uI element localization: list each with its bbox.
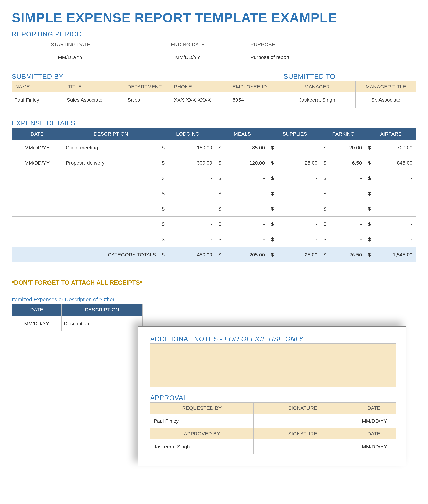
office-use-panel: ADDITIONAL NOTES - FOR OFFICE USE ONLY A… [138,326,406,341]
section-submitted-by: SUBMITTED BY [12,73,63,80]
purpose[interactable]: Purpose of report [247,51,416,64]
section-submitted-to: SUBMITTED TO [284,73,335,80]
expense-meals[interactable]: $- [216,232,269,247]
expense-airfare[interactable]: $845.00 [366,155,416,171]
expense-parking[interactable]: $- [321,186,366,201]
reporting-period-table: STARTING DATE ENDING DATE PURPOSE MM/DD/… [12,39,416,64]
submitted-phone[interactable]: XXX-XXX-XXXX [172,92,230,108]
expense-lodging[interactable]: $- [159,186,216,201]
page-title: SIMPLE EXPENSE REPORT TEMPLATE EXAMPLE [12,10,416,25]
col-department: DEPARTMENT [125,81,172,92]
expense-lodging[interactable]: $- [159,217,216,232]
expense-desc[interactable] [62,201,159,217]
col-supplies: SUPPLIES [269,128,321,140]
expense-parking[interactable]: $6.50 [321,155,366,171]
expense-lodging[interactable]: $300.00 [159,155,216,171]
col-purpose: PURPOSE [247,39,416,51]
expense-date[interactable] [12,201,62,217]
starting-date[interactable]: MM/DD/YY [12,51,129,64]
expense-supplies[interactable]: $25.00 [269,155,321,171]
col-meals: MEALS [216,128,269,140]
submitted-title[interactable]: Sales Associate [65,92,125,108]
expense-desc[interactable] [62,232,159,247]
col-ending-date: ENDING DATE [129,39,247,51]
category-totals-label: CATEGORY TOTALS [12,247,159,262]
expense-airfare[interactable]: $- [366,186,416,201]
expense-parking[interactable]: $- [321,232,366,247]
expense-row: $-$-$-$-$- [12,232,416,247]
expense-parking[interactable]: $- [321,171,366,186]
expense-desc[interactable] [62,217,159,232]
col-date-itemized: DATE [12,304,62,316]
expense-desc[interactable]: Proposal delivery [62,155,159,171]
total-lodging: $450.00 [159,247,216,262]
expense-meals[interactable]: $- [216,217,269,232]
expense-details-table: DATE DESCRIPTION LODGING MEALS SUPPLIES … [12,128,416,262]
expense-lodging[interactable]: $150.00 [159,140,216,155]
col-manager-title: MANAGER TITLE [355,81,416,92]
col-name: NAME [12,81,65,92]
col-lodging: LODGING [159,128,216,140]
expense-supplies[interactable]: $- [269,217,321,232]
expense-meals[interactable]: $85.00 [216,140,269,155]
col-description: DESCRIPTION [62,128,159,140]
expense-desc[interactable] [62,171,159,186]
expense-desc[interactable] [62,186,159,201]
expense-row: MM/DD/YYProposal delivery$300.00$120.00$… [12,155,416,171]
expense-airfare[interactable]: $700.00 [366,140,416,155]
section-reporting-period: REPORTING PERIOD [12,30,416,38]
col-date: DATE [12,128,62,140]
submitted-name[interactable]: Paul Finley [12,92,65,108]
expense-row: $-$-$-$-$- [12,217,416,232]
col-employee-id: EMPLOYEE ID [230,81,279,92]
expense-date[interactable] [12,232,62,247]
expense-meals[interactable]: $120.00 [216,155,269,171]
itemized-description[interactable]: Description [62,316,143,331]
expense-supplies[interactable]: $- [269,201,321,217]
expense-airfare[interactable]: $- [366,201,416,217]
expense-meals[interactable]: $- [216,201,269,217]
expense-supplies[interactable]: $- [269,171,321,186]
ending-date[interactable]: MM/DD/YY [129,51,247,64]
submitted-dept[interactable]: Sales [125,92,172,108]
col-airfare: AIRFARE [366,128,416,140]
section-additional-notes: ADDITIONAL NOTES - FOR OFFICE USE ONLY [150,335,396,341]
expense-date[interactable] [12,171,62,186]
expense-date[interactable] [12,217,62,232]
expense-lodging[interactable]: $- [159,171,216,186]
submitted-table: NAME TITLE DEPARTMENT PHONE EMPLOYEE ID … [12,81,416,108]
expense-parking[interactable]: $20.00 [321,140,366,155]
col-parking: PARKING [321,128,366,140]
expense-lodging[interactable]: $- [159,232,216,247]
expense-row: $-$-$-$-$- [12,186,416,201]
expense-date[interactable]: MM/DD/YY [12,155,62,171]
submitted-eid[interactable]: 8954 [230,92,279,108]
expense-row: $-$-$-$-$- [12,171,416,186]
expense-airfare[interactable]: $- [366,217,416,232]
submitted-manager[interactable]: Jaskeerat Singh [279,92,355,108]
expense-airfare[interactable]: $- [366,232,416,247]
expense-desc[interactable]: Client meeting [62,140,159,155]
expense-date[interactable] [12,186,62,201]
expense-date[interactable]: MM/DD/YY [12,140,62,155]
total-parking: $26.50 [321,247,366,262]
total-meals: $205.00 [216,247,269,262]
section-expense-details: EXPENSE DETAILS [12,120,416,127]
expense-meals[interactable]: $- [216,171,269,186]
expense-supplies[interactable]: $- [269,186,321,201]
col-phone: PHONE [172,81,230,92]
expense-parking[interactable]: $- [321,217,366,232]
expense-row: MM/DD/YYClient meeting$150.00$85.00$-$20… [12,140,416,155]
expense-meals[interactable]: $- [216,186,269,201]
expense-parking[interactable]: $- [321,201,366,217]
expense-supplies[interactable]: $- [269,232,321,247]
col-starting-date: STARTING DATE [12,39,129,51]
expense-supplies[interactable]: $- [269,140,321,155]
expense-airfare[interactable]: $- [366,171,416,186]
col-desc-itemized: DESCRIPTION [62,304,143,316]
submitted-manager-title[interactable]: Sr. Associate [355,92,416,108]
itemized-date[interactable]: MM/DD/YY [12,316,62,331]
total-supplies: $25.00 [269,247,321,262]
expense-lodging[interactable]: $- [159,201,216,217]
col-manager: MANAGER [279,81,355,92]
